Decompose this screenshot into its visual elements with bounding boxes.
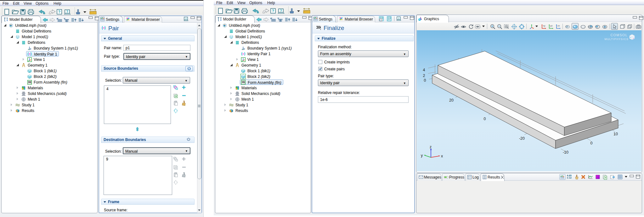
svg-text:?: ? (398, 17, 399, 20)
svg-text:?: ? (58, 10, 60, 14)
svg-text:?: ? (185, 17, 187, 20)
svg-text:?: ? (272, 9, 274, 13)
svg-text:-10: -10 (563, 150, 568, 155)
svg-text:?: ? (280, 9, 282, 13)
svg-text:x: x (441, 154, 443, 158)
svg-text:zx: zx (557, 24, 560, 27)
svg-text:y: y (421, 153, 423, 158)
svg-text:MULTIPHYSICS: MULTIPHYSICS (604, 38, 629, 41)
svg-text:yz: yz (550, 24, 553, 27)
svg-text:20: 20 (449, 98, 454, 103)
svg-text:?: ? (66, 10, 68, 13)
svg-text:2: 2 (423, 73, 425, 78)
svg-text:4: 4 (423, 68, 425, 72)
svg-text:0: 0 (424, 78, 426, 83)
svg-text:z: z (430, 145, 432, 149)
svg-text:0: 0 (484, 117, 486, 121)
svg-text:-20: -20 (519, 136, 525, 141)
svg-text:COMSOL: COMSOL (610, 33, 628, 37)
svg-text:10: 10 (613, 132, 618, 136)
svg-text:0: 0 (590, 141, 593, 145)
svg-text:xy: xy (543, 24, 545, 27)
